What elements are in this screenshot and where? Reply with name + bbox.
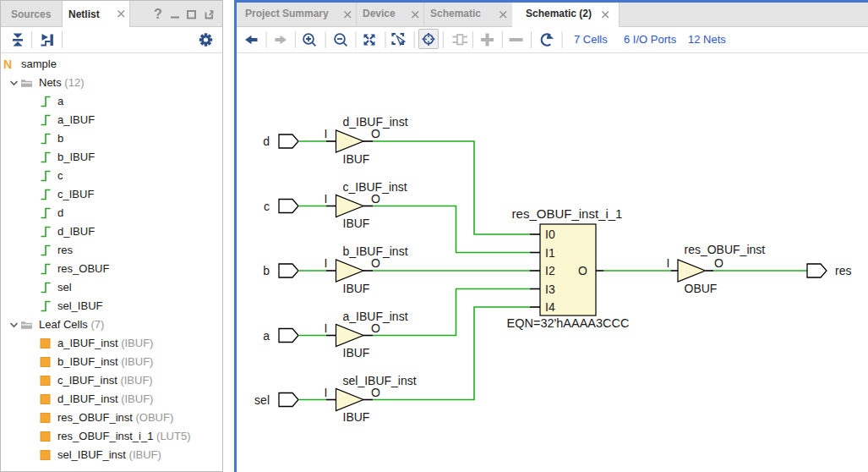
svg-text:a: a [263, 329, 270, 343]
svg-text:c_IBUF_inst: c_IBUF_inst [343, 180, 407, 194]
svg-text:I: I [325, 192, 328, 206]
svg-text:I0: I0 [545, 228, 555, 241]
svg-text:b_IBUF_inst: b_IBUF_inst [343, 244, 408, 258]
svg-text:IBUF: IBUF [343, 152, 370, 166]
svg-text:d_IBUF_inst: d_IBUF_inst [343, 115, 408, 129]
svg-text:O: O [371, 256, 380, 270]
svg-text:I2: I2 [545, 264, 555, 277]
svg-text:IBUF: IBUF [343, 282, 370, 295]
svg-text:I: I [325, 127, 328, 140]
svg-text:IBUF: IBUF [343, 346, 370, 359]
svg-text:d: d [263, 134, 270, 148]
svg-text:I: I [325, 256, 328, 270]
svg-text:res: res [835, 264, 851, 277]
svg-text:c: c [264, 200, 270, 213]
svg-text:I: I [325, 321, 328, 335]
svg-text:O: O [578, 264, 587, 277]
svg-text:sel_IBUF_inst: sel_IBUF_inst [343, 374, 417, 387]
svg-text:I3: I3 [545, 283, 555, 296]
svg-text:O: O [714, 256, 723, 270]
svg-text:IBUF: IBUF [343, 410, 370, 424]
svg-text:O: O [371, 386, 380, 399]
svg-text:res_OBUF_inst: res_OBUF_inst [685, 243, 766, 256]
svg-text:a_IBUF_inst: a_IBUF_inst [343, 310, 408, 323]
svg-text:EQN=32'hAAAA3CCC: EQN=32'hAAAA3CCC [507, 316, 630, 330]
svg-text:O: O [371, 127, 380, 140]
svg-text:IBUF: IBUF [343, 217, 370, 230]
svg-text:I1: I1 [545, 246, 555, 260]
svg-text:I4: I4 [545, 300, 555, 314]
svg-text:sel: sel [254, 393, 270, 407]
svg-text:I: I [667, 256, 670, 270]
svg-text:res_OBUF_inst_i_1: res_OBUF_inst_i_1 [512, 206, 623, 221]
svg-text:OBUF: OBUF [685, 282, 718, 295]
svg-text:O: O [371, 321, 380, 335]
svg-text:O: O [371, 192, 380, 206]
svg-text:b: b [263, 264, 270, 277]
svg-text:I: I [325, 386, 328, 399]
